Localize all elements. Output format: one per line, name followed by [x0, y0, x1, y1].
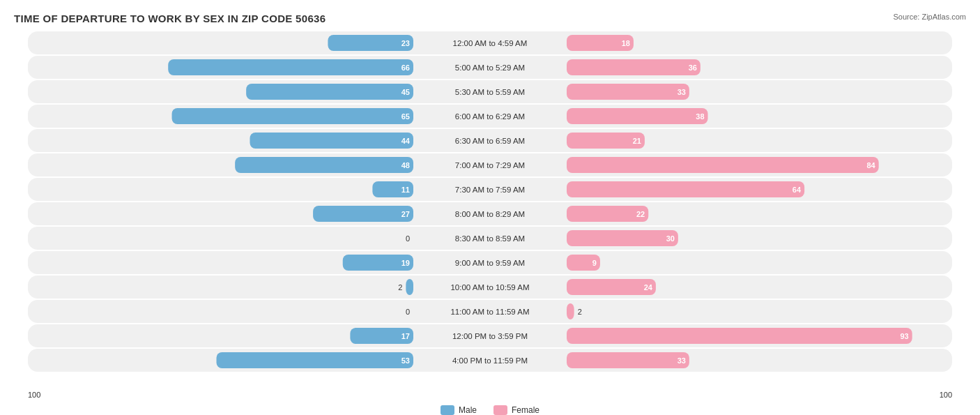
row-label: 5:00 AM to 5:29 AM	[455, 63, 525, 72]
female-value: 64	[793, 186, 802, 194]
female-bar	[567, 328, 912, 344]
female-value: 33	[677, 356, 686, 365]
female-value: 24	[644, 283, 653, 292]
male-value: 44	[401, 137, 411, 145]
male-bar	[235, 157, 413, 173]
female-value: 38	[696, 112, 704, 121]
female-value: 36	[689, 63, 697, 72]
male-value: 23	[401, 39, 410, 47]
male-value: 65	[401, 112, 410, 121]
male-value: 48	[401, 161, 410, 169]
female-value: 30	[666, 234, 675, 243]
female-value: 18	[622, 39, 630, 47]
female-bar	[567, 279, 656, 295]
row-label: 10:00 AM to 10:59 AM	[450, 283, 529, 292]
male-value: 17	[401, 332, 410, 340]
female-value: 84	[866, 161, 875, 169]
male-bar	[406, 279, 413, 295]
row-label: 7:30 AM to 7:59 AM	[455, 186, 525, 194]
chart-svg: 12:00 AM to 4:59 AM23185:00 AM to 5:29 A…	[14, 29, 966, 401]
male-legend-color	[441, 405, 454, 415]
female-bar	[567, 157, 879, 173]
female-value: 21	[633, 137, 641, 145]
female-bar	[567, 181, 804, 197]
row-label: 9:00 AM to 9:59 AM	[455, 259, 525, 267]
legend: Male Female	[14, 405, 966, 415]
row-label: 4:00 PM to 11:59 PM	[452, 356, 528, 365]
axis-left: 100	[28, 391, 40, 399]
male-legend-label: Male	[459, 405, 477, 415]
chart-container: TIME OF DEPARTURE TO WORK BY SEX IN ZIP …	[0, 0, 980, 415]
male-value: 45	[401, 88, 410, 96]
row-label: 7:00 AM to 7:29 AM	[455, 161, 525, 169]
legend-female: Female	[493, 405, 539, 415]
male-value: 19	[401, 259, 410, 267]
male-value: 53	[401, 356, 410, 365]
female-bar	[567, 352, 689, 368]
axis-right: 100	[940, 391, 952, 399]
male-bar	[313, 206, 413, 222]
row-label: 11:00 AM to 11:59 AM	[450, 308, 529, 316]
male-value: 2	[398, 283, 402, 292]
male-value: 0	[406, 234, 410, 243]
row-label: 8:00 AM to 8:29 AM	[455, 210, 525, 218]
female-value: 93	[900, 332, 908, 340]
female-bar	[567, 108, 708, 124]
female-bar	[567, 84, 689, 100]
legend-male: Male	[441, 405, 477, 415]
female-value: 33	[677, 88, 686, 96]
row-label: 12:00 AM to 4:59 AM	[453, 39, 528, 47]
female-value: 22	[636, 210, 645, 218]
row-label: 6:30 AM to 6:59 AM	[455, 137, 525, 145]
male-bar	[168, 59, 413, 75]
female-legend-color	[493, 405, 507, 415]
female-value: 2	[578, 308, 582, 316]
chart-title: TIME OF DEPARTURE TO WORK BY SEX IN ZIP …	[14, 13, 966, 24]
male-value: 66	[401, 63, 410, 72]
male-value: 11	[401, 186, 410, 194]
female-bar	[567, 230, 678, 246]
male-bar	[217, 352, 413, 368]
male-bar	[250, 133, 413, 149]
row-label: 8:30 AM to 8:59 AM	[455, 234, 525, 243]
male-value: 0	[406, 308, 410, 316]
row-label: 12:00 PM to 3:59 PM	[452, 332, 528, 340]
row-label: 6:00 AM to 6:29 AM	[455, 112, 525, 121]
female-legend-label: Female	[512, 405, 539, 415]
female-bar	[567, 303, 574, 319]
male-bar	[172, 108, 413, 124]
male-bar	[328, 35, 413, 51]
female-bar	[567, 59, 700, 75]
female-value: 9	[592, 259, 597, 267]
male-value: 27	[401, 210, 410, 218]
row-label: 5:30 AM to 5:59 AM	[455, 88, 525, 96]
source-label: Source: ZipAtlas.com	[893, 13, 966, 21]
male-bar	[246, 84, 413, 100]
